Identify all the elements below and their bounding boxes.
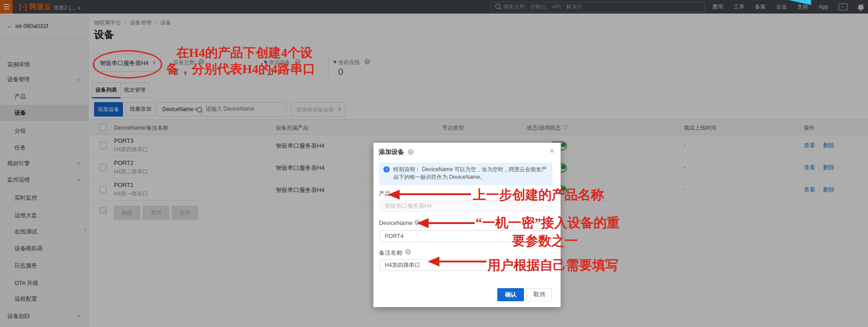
annotation-ellipse <box>93 50 162 79</box>
annotation-devicename-note-line2: 要参数之一 <box>512 234 578 248</box>
annotation-remark-note: 用户根据自己需要填写 <box>487 258 618 273</box>
annotation-devicename-note-line1: “一机一密”接入设备的重 <box>476 215 620 230</box>
screen: [-] 阿里云 华东2 (… ▼ 搜索文档、控制台、API、解决方 费用 工单 … <box>0 0 868 327</box>
annotation-arrow-line <box>439 261 486 262</box>
annotation-arrow-devicename <box>417 218 429 228</box>
annotation-top-note-line2: 备，分别代表H4的4路串口 <box>166 62 316 76</box>
annotation-arrow-product <box>388 190 400 200</box>
cancel-button[interactable]: 取消 <box>526 288 552 301</box>
cyan-pointer-icon <box>788 0 811 5</box>
modal-notice: i 特别说明： DeviceName 可以为空，当为空时，阿里云会颁发产品下的唯… <box>379 163 552 185</box>
close-icon[interactable]: × <box>549 146 554 156</box>
help-icon[interactable]: ? <box>405 249 411 255</box>
devicename-label: DeviceName <box>379 220 412 226</box>
modal-title: 添加设备 <box>379 148 404 156</box>
annotation-top-note-line1: 在H4的产品下创建4个设 <box>176 46 313 60</box>
annotation-arrow-line <box>400 193 471 195</box>
remark-label: 备注名称 <box>379 249 402 257</box>
help-icon[interactable]: ? <box>408 149 414 155</box>
annotation-product-note: 上一步创建的产品名称 <box>473 187 604 202</box>
annotation-arrow-remark <box>428 257 439 266</box>
info-icon: i <box>383 166 390 173</box>
notice-text: 特别说明： DeviceName 可以为空，当为空时，阿里云会颁发产品下的唯一标… <box>393 166 548 181</box>
annotation-arrow-line <box>429 222 475 224</box>
confirm-button[interactable]: 确认 <box>497 288 524 301</box>
